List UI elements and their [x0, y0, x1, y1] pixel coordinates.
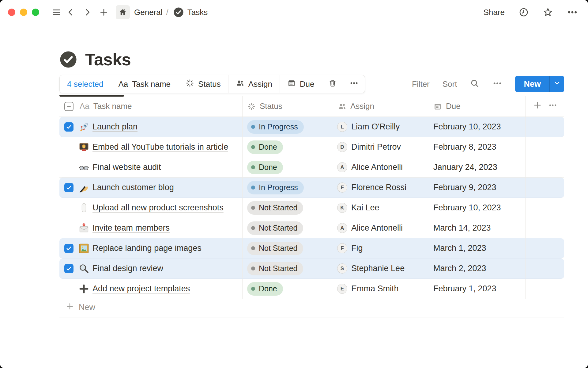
- search-button[interactable]: [470, 79, 480, 90]
- column-header-task-name[interactable]: Aa Task name: [59, 96, 242, 117]
- due-cell[interactable]: March 1, 2023: [429, 238, 525, 258]
- close-window-button[interactable]: [8, 9, 15, 16]
- task-name-cell[interactable]: Upload all new product screenshots: [59, 198, 242, 218]
- home-button[interactable]: [116, 5, 130, 19]
- task-title-link[interactable]: Upload all new product screenshots: [92, 203, 224, 213]
- table-options-button[interactable]: [548, 101, 557, 112]
- page-title[interactable]: Tasks: [85, 50, 131, 69]
- property-status-button[interactable]: Status: [178, 75, 228, 93]
- back-button[interactable]: [64, 5, 78, 19]
- selected-count-button[interactable]: 4 selected: [60, 75, 111, 93]
- zoom-window-button[interactable]: [32, 9, 39, 16]
- assign-cell[interactable]: AAlice Antonelli: [333, 218, 429, 238]
- new-dropdown-button[interactable]: [549, 76, 564, 92]
- status-cell[interactable]: Done: [242, 137, 333, 157]
- share-button[interactable]: Share: [484, 8, 505, 17]
- task-row[interactable]: Invite team membersNot StartedAAlice Ant…: [59, 218, 564, 238]
- forward-button[interactable]: [80, 5, 94, 19]
- task-row[interactable]: Embed all YouTube tutorials in articleDo…: [59, 137, 564, 157]
- status-cell[interactable]: Done: [242, 279, 333, 299]
- task-title-link[interactable]: Launch customer blog: [92, 183, 174, 192]
- due-cell[interactable]: February 9, 2023: [429, 178, 525, 197]
- sidebar-menu-button[interactable]: [50, 5, 64, 19]
- assign-cell[interactable]: EEmma Smith: [333, 279, 429, 299]
- updates-clock-button[interactable]: [519, 7, 529, 17]
- due-cell[interactable]: March 2, 2023: [429, 259, 525, 278]
- new-button[interactable]: New: [515, 76, 549, 92]
- add-column-button[interactable]: [533, 101, 542, 112]
- breadcrumb-workspace[interactable]: General: [134, 8, 163, 17]
- property-task-name-button[interactable]: Aa Task name: [111, 75, 179, 93]
- status-cell[interactable]: In Progress: [242, 117, 333, 137]
- due-cell[interactable]: February 1, 2023: [429, 279, 525, 299]
- delete-selected-button[interactable]: [322, 75, 343, 93]
- task-name-cell[interactable]: Invite team members: [59, 218, 242, 238]
- task-name-cell[interactable]: Final design review: [59, 259, 242, 278]
- assign-cell[interactable]: FFlorence Rossi: [333, 178, 429, 197]
- due-cell[interactable]: January 24, 2023: [429, 157, 525, 177]
- active-view-indicator[interactable]: [59, 95, 124, 97]
- due-cell[interactable]: March 14, 2023: [429, 218, 525, 238]
- assign-cell[interactable]: KKai Lee: [333, 198, 429, 218]
- more-options-button[interactable]: [567, 7, 578, 17]
- task-row[interactable]: Replace landing page imagesNot StartedFF…: [59, 238, 564, 259]
- task-row[interactable]: Final website auditDoneAAlice AntonelliJ…: [59, 157, 564, 178]
- row-checkbox[interactable]: [64, 183, 74, 192]
- status-cell[interactable]: Not Started: [242, 218, 333, 238]
- toolbar-more-button[interactable]: [343, 75, 365, 93]
- avatar: A: [337, 223, 347, 233]
- minimize-window-button[interactable]: [20, 9, 27, 16]
- breadcrumb-page[interactable]: Tasks: [187, 8, 208, 17]
- status-cell[interactable]: Done: [242, 157, 333, 177]
- assign-cell[interactable]: SStephanie Lee: [333, 259, 429, 278]
- task-title-link[interactable]: Launch plan: [92, 122, 138, 132]
- status-cell[interactable]: Not Started: [242, 259, 333, 278]
- status-cell[interactable]: Not Started: [242, 198, 333, 218]
- due-cell[interactable]: February 8, 2023: [429, 137, 525, 157]
- view-more-button[interactable]: [492, 79, 502, 90]
- due-cell[interactable]: February 10, 2023: [429, 117, 525, 137]
- calendar-icon: [287, 79, 296, 90]
- property-assign-button[interactable]: Assign: [228, 75, 280, 93]
- new-row-button[interactable]: New: [59, 299, 564, 316]
- task-name-cell[interactable]: Replace landing page images: [59, 238, 242, 258]
- row-checkbox[interactable]: [64, 264, 74, 273]
- select-all-checkbox[interactable]: [64, 102, 74, 111]
- assign-cell[interactable]: AAlice Antonelli: [333, 157, 429, 177]
- page-check-circle-icon[interactable]: [59, 51, 77, 68]
- task-title-link[interactable]: Invite team members: [92, 223, 170, 233]
- status-cell[interactable]: In Progress: [242, 178, 333, 197]
- task-title-link[interactable]: Add new project templates: [92, 284, 190, 293]
- assign-cell[interactable]: LLiam O'Reilly: [333, 117, 429, 137]
- page-header: Tasks: [59, 50, 564, 69]
- row-checkbox[interactable]: [64, 122, 74, 132]
- task-title-link[interactable]: Final website audit: [92, 163, 161, 172]
- favorite-star-button[interactable]: [543, 7, 553, 17]
- task-title-link[interactable]: Final design review: [92, 264, 163, 273]
- assign-cell[interactable]: FFig: [333, 238, 429, 258]
- task-title-link[interactable]: Replace landing page images: [92, 243, 202, 253]
- task-row[interactable]: Launch customer blogIn ProgressFFlorence…: [59, 178, 564, 198]
- status-cell[interactable]: Not Started: [242, 238, 333, 258]
- assignee-name: Dimitri Petrov: [351, 142, 401, 152]
- filter-button[interactable]: Filter: [412, 79, 430, 89]
- column-header-assign[interactable]: Assign: [333, 96, 429, 117]
- due-cell[interactable]: February 10, 2023: [429, 198, 525, 218]
- task-name-cell[interactable]: Embed all YouTube tutorials in article: [59, 137, 242, 157]
- row-checkbox[interactable]: [64, 244, 74, 253]
- column-header-due[interactable]: Due: [429, 96, 525, 117]
- task-row[interactable]: Add new project templatesDoneEEmma Smith…: [59, 279, 564, 299]
- task-row[interactable]: Upload all new product screenshotsNot St…: [59, 198, 564, 218]
- property-due-button[interactable]: Due: [280, 75, 322, 93]
- task-title-link[interactable]: Embed all YouTube tutorials in article: [92, 142, 228, 152]
- task-name-cell[interactable]: Launch customer blog: [59, 178, 242, 197]
- task-row[interactable]: Final design reviewNot StartedSStephanie…: [59, 259, 564, 279]
- task-name-cell[interactable]: Final website audit: [59, 157, 242, 177]
- task-row[interactable]: Launch planIn ProgressLLiam O'ReillyFebr…: [59, 117, 564, 137]
- sort-button[interactable]: Sort: [443, 79, 457, 89]
- new-page-button[interactable]: [97, 5, 111, 19]
- task-name-cell[interactable]: Launch plan: [59, 117, 242, 137]
- column-header-status[interactable]: Status: [242, 96, 333, 117]
- assign-cell[interactable]: DDimitri Petrov: [333, 137, 429, 157]
- task-name-cell[interactable]: Add new project templates: [59, 279, 242, 299]
